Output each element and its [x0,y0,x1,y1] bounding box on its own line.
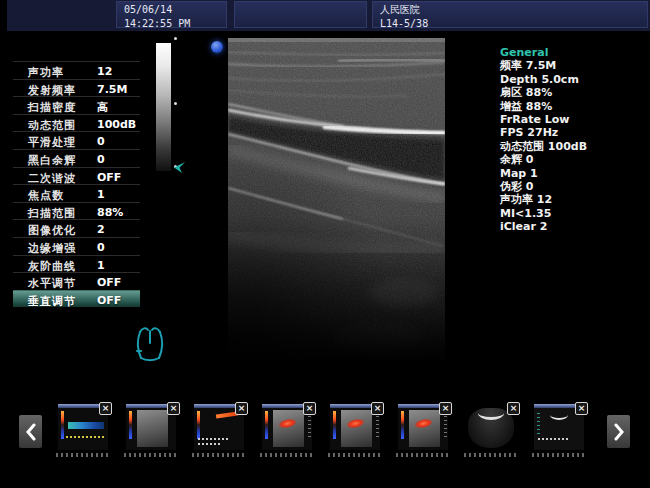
param-row-9[interactable]: 扫描范围88% [13,202,140,220]
close-icon: × [306,404,314,413]
thumbnail-close-button[interactable]: × [99,402,112,415]
param-row-2[interactable]: 发射频率7.5M [13,79,140,97]
param-value: 0 [97,135,105,148]
thumb-colorbar [197,411,200,439]
datetime-box: 05/06/14 14:22:55 PM [116,1,227,28]
thumb-text-specks [308,412,311,438]
info-line: 伪彩 0 [500,180,648,193]
chevron-left-icon [25,423,37,441]
close-icon: × [578,404,586,413]
info-line: 声功率 12 [500,193,648,206]
thumb-spectral-trace [538,438,568,440]
thumb-text-specks [444,412,447,438]
thumbnail-7[interactable]: × [466,404,516,450]
thumb-nearfield-arc [478,406,504,420]
close-icon: × [442,404,450,413]
thumbnail-1[interactable]: × [58,404,108,450]
thumbnail-5[interactable]: × [330,404,380,450]
info-line: FPS 27Hz [500,126,648,139]
param-row-10[interactable]: 图像优化2 [13,219,140,237]
thumbnail-close-button[interactable]: × [235,402,248,415]
date-text: 05/06/14 [117,3,226,16]
param-value: 0 [97,241,105,254]
close-icon: × [510,404,518,413]
time-text: 14:22:55 PM [117,17,226,30]
param-row-7[interactable]: 二次谐波OFF [13,167,140,185]
depth-tick-icon [174,37,177,40]
focus-marker-icon [173,159,186,172]
thumbnail-close-button[interactable]: × [575,402,588,415]
thumbnail-caption [192,453,247,457]
info-line: 动态范围 100dB [500,140,648,153]
param-row-1[interactable]: 声功率12 [13,61,140,79]
thumbnail-caption [260,453,315,457]
thumbnail-close-button[interactable]: × [371,402,384,415]
thumbnail-caption [56,453,111,457]
info-line: FrRate Low [500,113,648,126]
chevron-right-icon [613,423,625,441]
thumbnail-scroll-left-button[interactable] [19,415,42,448]
param-value: OFF [97,276,121,289]
thumb-spectral-trace [198,443,222,445]
param-value: 12 [97,65,112,78]
top-bar: 05/06/14 14:22:55 PM 人民医院 L14-5/38 [7,0,650,31]
thumb-gray-image [273,410,304,447]
ultrasound-app: 05/06/14 14:22:55 PM 人民医院 L14-5/38 声功率12… [0,0,650,488]
param-value: OFF [97,294,121,307]
hospital-name: 人民医院 [373,3,647,16]
ultrasound-image[interactable] [228,38,445,360]
param-value: OFF [97,171,121,184]
param-value: 1 [97,259,105,272]
preset-title: General [500,46,648,59]
close-icon: × [170,404,178,413]
thumbnail-close-button[interactable]: × [167,402,180,415]
thumb-nearfield-arc [550,410,568,420]
grayscale-bar [156,43,171,171]
thumbnail-close-button[interactable]: × [439,402,452,415]
param-row-6[interactable]: 黑白余辉0 [13,149,140,167]
info-line: MI<1.35 [500,207,648,220]
parameter-panel: 声功率12发射频率7.5M扫描密度高动态范围100dB平滑处理0黑白余辉0二次谐… [13,61,140,307]
thumb-colorbar [401,411,404,439]
thumb-colorbar [61,411,64,439]
param-value: 0 [97,153,105,166]
thumbnail-close-button[interactable]: × [303,402,316,415]
close-icon: × [102,404,110,413]
param-label: 垂直调节 [28,294,76,309]
param-row-11[interactable]: 边缘增强0 [13,237,140,255]
thumb-gray-image [137,410,168,447]
info-panel: General 频率 7.5MDepth 5.0cm扇区 88%增益 88%Fr… [500,46,648,234]
beam-position-marker-icon [211,41,223,53]
close-icon: × [374,404,382,413]
thumb-gray-image [341,410,372,447]
thumbnail-caption [328,453,383,457]
param-row-12[interactable]: 灰阶曲线1 [13,255,140,273]
thumb-doppler-band [68,422,104,429]
info-panel-lines: 频率 7.5MDepth 5.0cm扇区 88%增益 88%FrRate Low… [500,59,648,233]
thumb-colorbar [129,411,132,439]
param-row-14[interactable]: 垂直调节OFF [13,290,140,308]
thumb-text-specks [376,412,379,438]
thumbnail-scroll-right-button[interactable] [607,415,630,448]
thumbnail-8[interactable]: × [534,404,584,450]
param-value: 1 [97,188,105,201]
param-row-3[interactable]: 扫描密度高 [13,96,140,114]
param-row-13[interactable]: 水平调节OFF [13,272,140,290]
thumbnail-2[interactable]: × [126,404,176,450]
thumbnail-3[interactable]: × [194,404,244,450]
info-line: Map 1 [500,167,648,180]
thumbnail-close-button[interactable]: × [507,402,520,415]
thumb-spectral-trace [198,438,228,440]
param-row-8[interactable]: 焦点数1 [13,184,140,202]
info-line: 扇区 88% [500,86,648,99]
thumbnail-4[interactable]: × [262,404,312,450]
depth-tick-icon [174,102,177,105]
info-line: 频率 7.5M [500,59,648,72]
param-row-4[interactable]: 动态范围100dB [13,114,140,132]
thumbnail-6[interactable]: × [398,404,448,450]
info-line: 增益 88% [500,100,648,113]
thumb-colorbar [265,411,268,439]
param-row-5[interactable]: 平滑处理0 [13,131,140,149]
thumbnail-caption [464,453,519,457]
info-line: Depth 5.0cm [500,73,648,86]
